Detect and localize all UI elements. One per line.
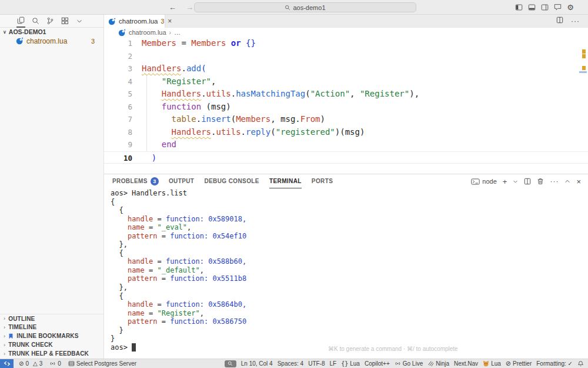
status-lua-language-server[interactable]: Lua (483, 360, 501, 367)
warning-icon: △ (33, 361, 38, 367)
panel-tab-terminal[interactable]: TERMINAL (269, 174, 302, 188)
more-actions-icon[interactable]: ··· (550, 178, 559, 185)
lua-file-icon (118, 29, 126, 37)
overview-ruler-warning-mark (582, 66, 586, 70)
sidebar-section-trunk-check[interactable]: ›TRUNK CHECK (0, 340, 103, 349)
terminal-box-icon (471, 178, 480, 185)
panel-tab-debug-console[interactable]: DEBUG CONSOLE (204, 174, 259, 188)
status-zoom-indicator[interactable] (225, 360, 236, 367)
file-item-chatroom[interactable]: chatroom.lua 3 (0, 36, 103, 46)
more-actions-icon[interactable]: ··· (571, 16, 580, 25)
status-copilot[interactable]: Copilot++ (365, 360, 390, 367)
toggle-primary-sidebar-icon[interactable] (515, 4, 523, 11)
chevron-right-icon: › (169, 29, 171, 36)
settings-icon[interactable]: ⚙ (567, 4, 574, 11)
status-indentation[interactable]: Spaces: 4 (278, 360, 303, 367)
terminal-line-6: pattern = function: 0x54ef10 (111, 232, 588, 241)
breadcrumb[interactable]: chatroom.lua › … (104, 28, 588, 37)
launch-profile-icon[interactable] (513, 179, 518, 184)
plus-icon: + (503, 178, 507, 185)
terminal-process[interactable]: node (471, 178, 496, 185)
code-line-10: 10 ) (104, 151, 588, 164)
code-line-3: 3Handlers.add( (104, 62, 588, 75)
search-text: aos-demo1 (293, 4, 325, 11)
line-number: 5 (104, 88, 132, 101)
sidebar-section-inline-bookmarks[interactable]: ›INLINE BOOKMARKS (0, 331, 103, 340)
section-label: TRUNK CHECK (8, 342, 53, 348)
chevron-right-icon: › (4, 351, 5, 357)
code-line-5: 5 Handlers.utils.hasMatchingTag("Action"… (104, 88, 588, 101)
terminal-line-9: handle = function: 0x588b60, (111, 257, 588, 266)
chevron-right-icon: › (4, 324, 5, 330)
broadcast-icon (49, 360, 56, 367)
status-formatting[interactable]: Formatting: ✓ (536, 360, 573, 367)
slash-circle-icon: ⊘ (506, 360, 511, 367)
activity-search-icon[interactable] (31, 15, 40, 28)
maximize-panel-icon[interactable] (564, 178, 570, 184)
status-notifications[interactable] (577, 360, 584, 367)
line-number: 7 (104, 113, 132, 126)
status-postgres[interactable]: Select Postgres Server (68, 360, 136, 367)
sidebar-section-trunk-help-feedback[interactable]: ›TRUNK HELP & FEEDBACK (0, 349, 103, 358)
line-number: 9 (104, 138, 132, 151)
status-next-nav[interactable]: Next.Nav (454, 360, 478, 367)
overview-ruler-warning-mark (582, 54, 586, 58)
search-icon (285, 5, 290, 11)
breadcrumb-file[interactable]: chatroom.lua (129, 29, 166, 36)
command-center-search[interactable]: aos-demo1 (194, 2, 416, 12)
split-editor-icon[interactable] (556, 16, 563, 25)
line-number: 6 (104, 101, 132, 114)
problems-count-badge: 3 (151, 177, 159, 185)
close-panel-icon[interactable]: × (576, 178, 581, 185)
cat-icon (483, 360, 489, 367)
status-language-mode[interactable]: {}Lua (341, 360, 360, 367)
remote-icon (4, 360, 11, 367)
status-eol[interactable]: LF (330, 360, 337, 367)
close-icon[interactable]: × (168, 17, 172, 25)
panel-tab-bar: PROBLEMS3OUTPUTDEBUG CONSOLETERMINALPORT… (104, 174, 588, 188)
close-icon: × (576, 178, 581, 185)
split-terminal-icon[interactable] (524, 178, 531, 185)
panel-tab-output[interactable]: OUTPUT (169, 174, 195, 188)
new-terminal-icon[interactable]: + (503, 178, 507, 185)
postgres-label: Select Postgres Server (76, 360, 136, 367)
terminal-line-15: name = "Register", (111, 309, 588, 318)
sidebar-section-timeline[interactable]: ›TIMELINE (0, 323, 103, 331)
terminal-output[interactable]: aos> Handlers.list{ { handle = function:… (111, 189, 588, 359)
nav-back-button[interactable]: ← (169, 3, 176, 12)
line-number: 3 (104, 62, 132, 75)
toggle-panel-icon[interactable] (528, 4, 536, 11)
trash-icon (537, 178, 544, 185)
status-cursor-position[interactable]: Ln 10, Col 4 (241, 360, 273, 367)
ports-count: 0 (58, 360, 61, 367)
code-line-6: 6 function (msg) (104, 101, 588, 114)
activity-explorer-icon[interactable] (16, 15, 25, 28)
sidebar-section-outline[interactable]: ›OUTLINE (0, 314, 103, 323)
feedback-icon[interactable] (554, 4, 562, 11)
panel-tab-ports[interactable]: PORTS (312, 174, 333, 188)
magnifier-dark-icon (228, 361, 233, 366)
activity-more-views-icon[interactable] (75, 15, 83, 28)
tab-chatroom-lua[interactable]: chatroom.lua 3 × (104, 15, 165, 28)
error-count: 0 (25, 360, 29, 367)
line-number: 8 (104, 126, 132, 139)
panel-tab-problems[interactable]: PROBLEMS3 (112, 174, 159, 188)
status-prettier[interactable]: ⊘Prettier (506, 360, 532, 367)
code-editor[interactable]: 1Members = Members or {}23Handlers.add(4… (104, 37, 588, 174)
breadcrumb-more[interactable]: … (174, 29, 181, 36)
status-encoding[interactable]: UTF-8 (308, 360, 325, 367)
status-ninja[interactable]: Ninja (427, 360, 449, 367)
indent-guide (146, 75, 147, 151)
toggle-secondary-sidebar-icon[interactable] (541, 4, 549, 11)
status-ports[interactable]: 0 (49, 360, 61, 367)
kill-terminal-icon[interactable] (537, 178, 544, 185)
code-line-7: 7 table.insert(Members, msg.From) (104, 113, 588, 126)
explorer-root-folder[interactable]: ∨ AOS-DEMO1 (0, 28, 103, 36)
line-number: 1 (104, 37, 132, 50)
remote-indicator[interactable] (0, 359, 14, 368)
status-go-live[interactable]: Go Live (395, 360, 423, 367)
activity-extensions-icon[interactable] (61, 15, 69, 28)
activity-source-control-icon[interactable] (46, 15, 55, 28)
status-problems[interactable]: ⊘ 0 △ 3 (19, 360, 42, 367)
nav-forward-button[interactable]: → (186, 3, 193, 12)
